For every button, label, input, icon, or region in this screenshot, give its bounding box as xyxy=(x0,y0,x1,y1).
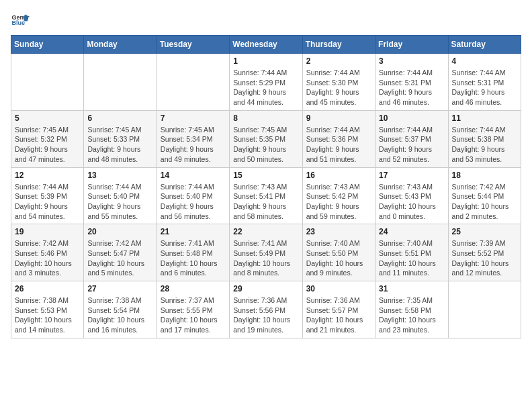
weekday-header-thursday: Thursday xyxy=(302,36,375,54)
calendar-cell: 15Sunrise: 7:43 AM Sunset: 5:41 PM Dayli… xyxy=(230,167,302,224)
day-info: Sunrise: 7:45 AM Sunset: 5:32 PM Dayligh… xyxy=(15,125,80,165)
day-number: 18 xyxy=(452,171,517,180)
calendar-table: SundayMondayTuesdayWednesdayThursdayFrid… xyxy=(11,35,521,338)
day-info: Sunrise: 7:38 AM Sunset: 5:54 PM Dayligh… xyxy=(87,295,152,335)
day-info: Sunrise: 7:40 AM Sunset: 5:51 PM Dayligh… xyxy=(379,238,444,278)
day-info: Sunrise: 7:44 AM Sunset: 5:38 PM Dayligh… xyxy=(452,125,517,165)
calendar-cell: 3Sunrise: 7:44 AM Sunset: 5:31 PM Daylig… xyxy=(375,54,448,111)
day-number: 3 xyxy=(379,56,444,66)
day-number: 7 xyxy=(161,113,226,123)
day-number: 21 xyxy=(161,227,226,236)
weekday-header-monday: Monday xyxy=(84,36,157,54)
day-number: 23 xyxy=(306,227,371,236)
weekday-header-row: SundayMondayTuesdayWednesdayThursdayFrid… xyxy=(11,36,521,54)
day-number: 5 xyxy=(15,113,80,123)
day-info: Sunrise: 7:44 AM Sunset: 5:31 PM Dayligh… xyxy=(452,68,517,107)
logo-icon: General Blue xyxy=(11,11,30,30)
calendar-cell: 13Sunrise: 7:44 AM Sunset: 5:40 PM Dayli… xyxy=(84,167,157,224)
day-info: Sunrise: 7:44 AM Sunset: 5:39 PM Dayligh… xyxy=(15,182,80,222)
calendar-cell: 6Sunrise: 7:45 AM Sunset: 5:33 PM Daylig… xyxy=(84,110,157,167)
day-info: Sunrise: 7:37 AM Sunset: 5:55 PM Dayligh… xyxy=(161,295,226,335)
day-info: Sunrise: 7:43 AM Sunset: 5:43 PM Dayligh… xyxy=(379,182,444,222)
calendar-cell: 20Sunrise: 7:42 AM Sunset: 5:47 PM Dayli… xyxy=(84,224,157,281)
calendar-cell: 14Sunrise: 7:44 AM Sunset: 5:40 PM Dayli… xyxy=(157,167,229,224)
calendar-week-1: 1Sunrise: 7:44 AM Sunset: 5:29 PM Daylig… xyxy=(11,54,521,111)
day-info: Sunrise: 7:44 AM Sunset: 5:40 PM Dayligh… xyxy=(87,182,152,222)
day-number: 9 xyxy=(306,113,371,123)
calendar-cell: 30Sunrise: 7:36 AM Sunset: 5:57 PM Dayli… xyxy=(302,281,375,338)
calendar-cell xyxy=(11,54,84,111)
calendar-cell: 8Sunrise: 7:45 AM Sunset: 5:35 PM Daylig… xyxy=(230,110,302,167)
calendar-cell xyxy=(448,281,521,338)
day-number: 14 xyxy=(161,171,226,180)
calendar-cell: 21Sunrise: 7:41 AM Sunset: 5:48 PM Dayli… xyxy=(157,224,229,281)
day-info: Sunrise: 7:44 AM Sunset: 5:36 PM Dayligh… xyxy=(306,125,371,165)
day-number: 30 xyxy=(306,284,371,293)
calendar-cell: 10Sunrise: 7:44 AM Sunset: 5:37 PM Dayli… xyxy=(375,110,448,167)
calendar-cell: 1Sunrise: 7:44 AM Sunset: 5:29 PM Daylig… xyxy=(230,54,302,111)
calendar-cell: 29Sunrise: 7:36 AM Sunset: 5:56 PM Dayli… xyxy=(230,281,302,338)
day-info: Sunrise: 7:39 AM Sunset: 5:52 PM Dayligh… xyxy=(452,238,517,278)
day-number: 16 xyxy=(306,171,371,180)
day-number: 12 xyxy=(15,171,80,180)
calendar-cell xyxy=(157,54,229,111)
page-header: General Blue xyxy=(11,11,521,30)
day-number: 25 xyxy=(452,227,517,236)
day-number: 15 xyxy=(233,171,298,180)
day-info: Sunrise: 7:41 AM Sunset: 5:48 PM Dayligh… xyxy=(161,238,226,278)
calendar-cell: 25Sunrise: 7:39 AM Sunset: 5:52 PM Dayli… xyxy=(448,224,521,281)
day-info: Sunrise: 7:45 AM Sunset: 5:35 PM Dayligh… xyxy=(233,125,298,165)
day-info: Sunrise: 7:45 AM Sunset: 5:34 PM Dayligh… xyxy=(161,125,226,165)
calendar-cell: 23Sunrise: 7:40 AM Sunset: 5:50 PM Dayli… xyxy=(302,224,375,281)
calendar-cell: 31Sunrise: 7:35 AM Sunset: 5:58 PM Dayli… xyxy=(375,281,448,338)
day-number: 4 xyxy=(452,56,517,66)
day-number: 10 xyxy=(379,113,444,123)
svg-text:Blue: Blue xyxy=(11,19,25,26)
calendar-cell xyxy=(84,54,157,111)
weekday-header-tuesday: Tuesday xyxy=(157,36,229,54)
day-number: 27 xyxy=(87,284,152,293)
weekday-header-sunday: Sunday xyxy=(11,36,84,54)
day-info: Sunrise: 7:38 AM Sunset: 5:53 PM Dayligh… xyxy=(15,295,80,335)
calendar-cell: 7Sunrise: 7:45 AM Sunset: 5:34 PM Daylig… xyxy=(157,110,229,167)
day-info: Sunrise: 7:45 AM Sunset: 5:33 PM Dayligh… xyxy=(87,125,152,165)
day-number: 20 xyxy=(87,227,152,236)
day-number: 31 xyxy=(379,284,444,293)
day-info: Sunrise: 7:42 AM Sunset: 5:47 PM Dayligh… xyxy=(87,238,152,278)
day-info: Sunrise: 7:42 AM Sunset: 5:46 PM Dayligh… xyxy=(15,238,80,278)
calendar-cell: 24Sunrise: 7:40 AM Sunset: 5:51 PM Dayli… xyxy=(375,224,448,281)
weekday-header-friday: Friday xyxy=(375,36,448,54)
calendar-cell: 4Sunrise: 7:44 AM Sunset: 5:31 PM Daylig… xyxy=(448,54,521,111)
day-info: Sunrise: 7:44 AM Sunset: 5:29 PM Dayligh… xyxy=(233,68,298,107)
day-number: 17 xyxy=(379,171,444,180)
calendar-body: 1Sunrise: 7:44 AM Sunset: 5:29 PM Daylig… xyxy=(11,54,521,338)
calendar-cell: 2Sunrise: 7:44 AM Sunset: 5:30 PM Daylig… xyxy=(302,54,375,111)
day-info: Sunrise: 7:44 AM Sunset: 5:30 PM Dayligh… xyxy=(306,68,371,107)
day-info: Sunrise: 7:44 AM Sunset: 5:31 PM Dayligh… xyxy=(379,68,444,107)
day-number: 29 xyxy=(233,284,298,293)
calendar-cell: 11Sunrise: 7:44 AM Sunset: 5:38 PM Dayli… xyxy=(448,110,521,167)
calendar-cell: 28Sunrise: 7:37 AM Sunset: 5:55 PM Dayli… xyxy=(157,281,229,338)
day-number: 13 xyxy=(87,171,152,180)
day-number: 19 xyxy=(15,227,80,236)
day-info: Sunrise: 7:36 AM Sunset: 5:56 PM Dayligh… xyxy=(233,295,298,335)
calendar-cell: 18Sunrise: 7:42 AM Sunset: 5:44 PM Dayli… xyxy=(448,167,521,224)
day-info: Sunrise: 7:40 AM Sunset: 5:50 PM Dayligh… xyxy=(306,238,371,278)
day-info: Sunrise: 7:42 AM Sunset: 5:44 PM Dayligh… xyxy=(452,182,517,222)
calendar-cell: 5Sunrise: 7:45 AM Sunset: 5:32 PM Daylig… xyxy=(11,110,84,167)
day-number: 28 xyxy=(161,284,226,293)
day-number: 1 xyxy=(233,56,298,66)
day-number: 24 xyxy=(379,227,444,236)
calendar-week-5: 26Sunrise: 7:38 AM Sunset: 5:53 PM Dayli… xyxy=(11,281,521,338)
day-info: Sunrise: 7:35 AM Sunset: 5:58 PM Dayligh… xyxy=(379,295,444,335)
calendar-cell: 27Sunrise: 7:38 AM Sunset: 5:54 PM Dayli… xyxy=(84,281,157,338)
calendar-cell: 9Sunrise: 7:44 AM Sunset: 5:36 PM Daylig… xyxy=(302,110,375,167)
day-info: Sunrise: 7:41 AM Sunset: 5:49 PM Dayligh… xyxy=(233,238,298,278)
calendar-week-4: 19Sunrise: 7:42 AM Sunset: 5:46 PM Dayli… xyxy=(11,224,521,281)
calendar-week-3: 12Sunrise: 7:44 AM Sunset: 5:39 PM Dayli… xyxy=(11,167,521,224)
weekday-header-wednesday: Wednesday xyxy=(230,36,302,54)
day-number: 26 xyxy=(15,284,80,293)
day-info: Sunrise: 7:36 AM Sunset: 5:57 PM Dayligh… xyxy=(306,295,371,335)
day-number: 6 xyxy=(87,113,152,123)
calendar-cell: 26Sunrise: 7:38 AM Sunset: 5:53 PM Dayli… xyxy=(11,281,84,338)
